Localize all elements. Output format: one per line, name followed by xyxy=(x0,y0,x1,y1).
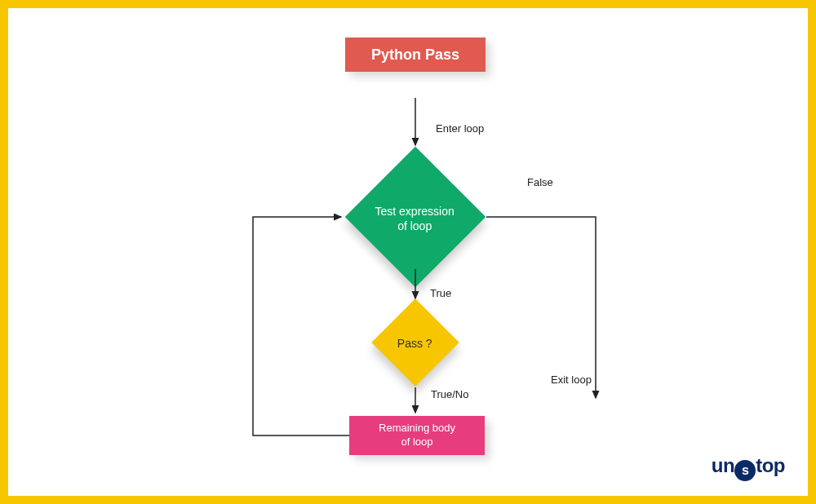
test-expression-line2: of loop xyxy=(397,219,432,232)
title-text: Python Pass xyxy=(371,46,459,64)
diagram-canvas: Python Pass Test expression of loop Pass… xyxy=(8,8,808,496)
pass-check-label: Pass ? xyxy=(393,336,436,351)
brand-suffix: top xyxy=(756,454,785,476)
exit-loop-label: Exit loop xyxy=(551,374,592,386)
enter-loop-label: Enter loop xyxy=(436,122,484,135)
pass-check-node: Pass ? xyxy=(371,298,459,386)
true-no-label: True/No xyxy=(431,388,468,400)
remaining-body-node: Remaining body of loop xyxy=(349,416,485,455)
remaining-body-label: Remaining body of loop xyxy=(379,422,455,449)
test-expression-label: Test expression of loop xyxy=(372,204,457,233)
title-box: Python Pass xyxy=(345,38,486,72)
true-label: True xyxy=(430,287,451,299)
test-expression-node: Test expression of loop xyxy=(345,147,486,288)
brand-accent-icon: s xyxy=(734,460,756,481)
brand-prefix: un xyxy=(712,454,734,476)
remaining-body-line2: of loop xyxy=(401,435,432,448)
test-expression-line1: Test expression xyxy=(375,205,455,218)
false-label: False xyxy=(527,176,553,188)
brand-logo: unstop xyxy=(712,454,785,481)
remaining-body-line1: Remaining body xyxy=(379,422,455,434)
